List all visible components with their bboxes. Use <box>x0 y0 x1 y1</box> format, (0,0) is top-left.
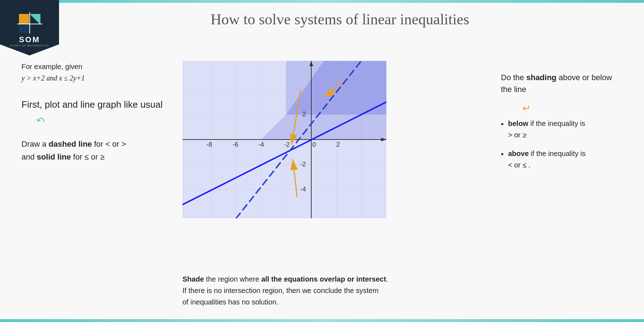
svg-text:-2: -2 <box>300 161 306 168</box>
shade-text: the region where <box>204 275 261 283</box>
logo-area: SOM STORY OF MATHEMATICS <box>0 0 59 55</box>
svg-text:-2: -2 <box>284 141 290 148</box>
svg-text:-4: -4 <box>258 141 264 148</box>
graph-svg: -8 -6 -4 -2 0 2 2 -2 -4 <box>182 61 386 218</box>
overlap-bold: all the equations overlap or intersect <box>261 275 386 283</box>
svg-marker-2 <box>19 24 30 33</box>
orange-curve-arrow-icon: ↵ <box>522 102 623 114</box>
bullet1-bold: below <box>508 119 528 127</box>
bottom-line1: Shade the region where all the equations… <box>182 273 433 285</box>
solid-line-part2: for ≤ or ≥ <box>73 152 104 161</box>
example-label-text: For example, given <box>21 63 82 70</box>
bullet1-condition: > or ≥ <box>508 131 527 139</box>
svg-text:0: 0 <box>312 141 316 148</box>
logo-text: SOM <box>19 35 40 44</box>
first-plot-text: First, plot and line graph like usual <box>21 98 179 111</box>
svg-text:2: 2 <box>302 111 306 118</box>
shading-title: Do the shading above or below the line <box>501 72 623 95</box>
solid-line-and: and <box>21 152 35 161</box>
shading-do: Do the <box>501 73 524 82</box>
right-content: Do the shading above or below the line ↵… <box>501 72 623 178</box>
logo-subtext: STORY OF MATHEMATICS <box>10 44 49 47</box>
solid-line-bold: solid line <box>37 152 71 161</box>
example-equations: y > x+2 and x ≤ 2y+1 <box>21 74 85 82</box>
period: . <box>386 275 388 283</box>
svg-rect-0 <box>19 14 29 24</box>
bullet1-text: if the inequality is <box>528 119 585 127</box>
bullet-above: above if the inequality is < or ≤ . <box>501 148 623 171</box>
bottom-line2: If there is no intersection region, then… <box>182 285 433 296</box>
shading-bold: shading <box>526 73 556 82</box>
shade-bold: Shade <box>182 275 204 283</box>
top-decorative-bar <box>0 0 644 3</box>
logo-icon <box>17 12 42 34</box>
bottom-line3: of inequalities has no solution. <box>182 296 433 308</box>
svg-text:-4: -4 <box>300 186 306 193</box>
svg-marker-1 <box>30 14 40 25</box>
svg-text:-6: -6 <box>233 141 238 148</box>
bullet2-bold: above <box>508 150 529 157</box>
graph-container: -8 -6 -4 -2 0 2 2 -2 -4 <box>182 61 386 218</box>
dashed-line-part2: for < or > <box>94 140 126 148</box>
bullet2-text: if the inequality is <box>529 150 586 157</box>
bullet2-condition: < or ≤ . <box>508 161 531 169</box>
dashed-line-instruction: Draw a dashed line for < or > and solid … <box>21 138 179 163</box>
svg-text:2: 2 <box>336 141 340 148</box>
shading-bullet-list: below if the inequality is > or ≥ above … <box>501 118 623 171</box>
dashed-line-bold: dashed line <box>49 140 92 148</box>
cyan-curve-arrow-icon: ↷ <box>34 113 47 128</box>
example-label: For example, given y > x+2 and x ≤ 2y+1 <box>21 61 179 84</box>
bottom-decorative-bar <box>0 319 644 322</box>
svg-text:-8: -8 <box>206 141 212 148</box>
page-title: How to solve systems of linear inequalit… <box>72 11 608 28</box>
bottom-text: Shade the region where all the equations… <box>182 273 433 308</box>
left-content: For example, given y > x+2 and x ≤ 2y+1 … <box>21 61 179 163</box>
bullet-below: below if the inequality is > or ≥ <box>501 118 623 141</box>
dashed-line-part1: Draw a <box>21 140 47 148</box>
